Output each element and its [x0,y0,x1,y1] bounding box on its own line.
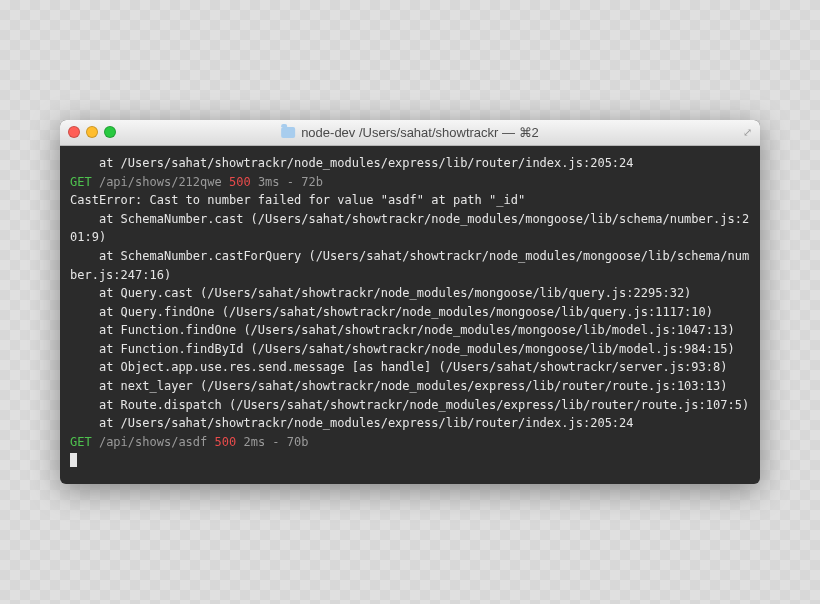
terminal-text: at next_layer (/Users/sahat/showtrackr/n… [70,379,727,393]
terminal-line: GET /api/shows/212qwe 500 3ms - 72b [70,173,750,192]
expand-icon[interactable]: ⤢ [743,126,752,139]
terminal-line: at Function.findById (/Users/sahat/showt… [70,340,750,359]
terminal-output[interactable]: at /Users/sahat/showtrackr/node_modules/… [60,146,760,484]
terminal-text: 500 [229,175,251,189]
cursor [70,453,77,467]
terminal-text: 500 [215,435,237,449]
terminal-line: GET /api/shows/asdf 500 2ms - 70b [70,433,750,452]
terminal-line: at Query.cast (/Users/sahat/showtrackr/n… [70,284,750,303]
terminal-text: at Query.cast (/Users/sahat/showtrackr/n… [70,286,691,300]
terminal-window: node-dev /Users/sahat/showtrackr — ⌘2 ⤢ … [60,120,760,484]
terminal-text: GET [70,175,92,189]
terminal-line: at Route.dispatch (/Users/sahat/showtrac… [70,396,750,415]
terminal-line: at Function.findOne (/Users/sahat/showtr… [70,321,750,340]
terminal-text: at SchemaNumber.cast (/Users/sahat/showt… [70,212,749,245]
terminal-text: at Route.dispatch (/Users/sahat/showtrac… [70,398,749,412]
terminal-line: CastError: Cast to number failed for val… [70,191,750,210]
prompt-line [70,451,750,470]
terminal-text: at SchemaNumber.castForQuery (/Users/sah… [70,249,749,282]
zoom-button[interactable] [104,126,116,138]
terminal-text: 2ms - 70b [236,435,308,449]
terminal-text: GET [70,435,92,449]
terminal-line: at next_layer (/Users/sahat/showtrackr/n… [70,377,750,396]
titlebar[interactable]: node-dev /Users/sahat/showtrackr — ⌘2 ⤢ [60,120,760,146]
terminal-text: at /Users/sahat/showtrackr/node_modules/… [70,156,634,170]
terminal-text: at Function.findOne (/Users/sahat/showtr… [70,323,735,337]
window-title-group: node-dev /Users/sahat/showtrackr — ⌘2 [281,125,539,140]
terminal-line: at /Users/sahat/showtrackr/node_modules/… [70,154,750,173]
terminal-line: at /Users/sahat/showtrackr/node_modules/… [70,414,750,433]
terminal-text: CastError: Cast to number failed for val… [70,193,525,207]
terminal-text: at Query.findOne (/Users/sahat/showtrack… [70,305,713,319]
terminal-text: 3ms - 72b [251,175,323,189]
window-title: node-dev /Users/sahat/showtrackr — ⌘2 [301,125,539,140]
minimize-button[interactable] [86,126,98,138]
traffic-lights [68,126,116,138]
terminal-line: at Object.app.use.res.send.message [as h… [70,358,750,377]
close-button[interactable] [68,126,80,138]
terminal-text: at /Users/sahat/showtrackr/node_modules/… [70,416,634,430]
folder-icon [281,127,295,138]
terminal-line: at SchemaNumber.cast (/Users/sahat/showt… [70,210,750,247]
terminal-line: at SchemaNumber.castForQuery (/Users/sah… [70,247,750,284]
terminal-text: at Object.app.use.res.send.message [as h… [70,360,727,374]
terminal-text: at Function.findById (/Users/sahat/showt… [70,342,735,356]
terminal-text: /api/shows/asdf [92,435,215,449]
terminal-line: at Query.findOne (/Users/sahat/showtrack… [70,303,750,322]
terminal-text: /api/shows/212qwe [92,175,229,189]
